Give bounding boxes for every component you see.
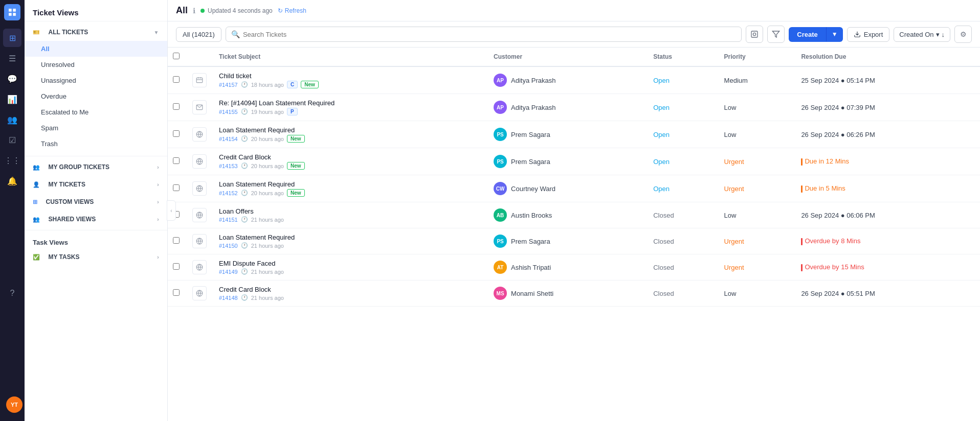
header-priority[interactable]: Priority [718, 48, 795, 66]
app-logo[interactable] [4, 4, 20, 20]
nav-icon-home[interactable]: ⊞ [3, 29, 21, 47]
sidebar-item-overdue[interactable]: Overdue [25, 88, 167, 104]
nav-icon-contacts[interactable]: 👥 [3, 110, 21, 129]
ticket-customer-cell: MS Monami Shetti [487, 280, 647, 307]
header-customer[interactable]: Customer [487, 48, 647, 66]
ticket-priority-cell: Urgent [718, 254, 795, 280]
nav-icon-help[interactable]: ? [3, 284, 21, 302]
sidebar: Ticket Views 🎫 ALL TICKETS ▼ All Unresol… [25, 0, 168, 421]
create-dropdown-button[interactable]: ▼ [826, 27, 843, 41]
shared-views-label: SHARED VIEWS [49, 216, 96, 223]
customer-name: Ashish Tripati [511, 264, 551, 271]
nav-icon-tickets[interactable]: ☰ [3, 49, 21, 67]
nav-icon-apps[interactable]: ⋮⋮ [3, 151, 21, 170]
table-row[interactable]: EMI Dispute Faced #14149 🕐 21 hours ago … [168, 254, 980, 280]
my-tasks-header[interactable]: ✅ MY TASKS › [25, 248, 167, 266]
nav-icon-tasks[interactable]: ☑ [3, 131, 21, 149]
nav-icon-notifications[interactable]: 🔔 [3, 172, 21, 190]
status-text: Open [653, 158, 670, 166]
ticket-customer-cell: PS Prem Sagara [487, 228, 647, 254]
shared-views-header[interactable]: 👥 SHARED VIEWS › [25, 211, 167, 228]
row-checkbox[interactable] [173, 237, 180, 244]
ticket-subject-cell: Child ticket #14157 🕐 18 hours ago CNew [213, 66, 487, 94]
ticket-meta: #14154 🕐 20 hours ago New [219, 135, 481, 143]
select-all-checkbox[interactable] [173, 53, 180, 59]
user-avatar[interactable]: YT [6, 396, 23, 413]
customer-name: Aditya Prakash [511, 77, 555, 84]
create-button[interactable]: Create [789, 27, 826, 42]
topbar: All ℹ Updated 4 seconds ago ↻ Refresh [168, 0, 980, 21]
table-row[interactable]: Credit Card Block #14148 🕐 21 hours ago … [168, 280, 980, 307]
my-group-tickets-header[interactable]: 👥 MY GROUP TICKETS › [25, 158, 167, 176]
ticket-customer-cell: AT Ashish Tripati [487, 254, 647, 280]
table-row[interactable]: Child ticket #14157 🕐 18 hours ago CNew … [168, 66, 980, 94]
table-row[interactable]: Loan Statement Required #14152 🕐 20 hour… [168, 175, 980, 202]
avatar: AP [494, 74, 507, 87]
row-checkbox[interactable] [173, 263, 180, 270]
row-checkbox[interactable] [173, 130, 180, 137]
sort-button[interactable]: Created On ▾ ↓ [894, 27, 950, 42]
export-button[interactable]: Export [847, 27, 890, 42]
search-box: 🔍 [226, 27, 742, 42]
table-row[interactable]: Re: [#14094] Loan Statement Required #14… [168, 94, 980, 121]
ticket-meta: #14149 🕐 21 hours ago [219, 268, 481, 275]
badge-label: P [287, 108, 298, 115]
info-icon[interactable]: ℹ [193, 7, 195, 15]
ticket-subject-text: Loan Statement Required [219, 180, 481, 188]
row-checkbox-cell [168, 148, 186, 175]
clock-icon: 🕐 [241, 108, 248, 115]
clock-icon: 🕐 [241, 268, 248, 275]
priority-text: Urgent [724, 264, 744, 271]
task-views-label: Task Views [25, 232, 167, 248]
sidebar-item-all[interactable]: All [25, 41, 167, 57]
table-row[interactable]: Loan Statement Required #14150 🕐 21 hour… [168, 228, 980, 254]
customer-info: AB Austin Brooks [494, 208, 641, 222]
ticket-table: Ticket Subject Customer Status Priority … [168, 48, 980, 421]
my-tickets-header[interactable]: 👤 MY TICKETS › [25, 176, 167, 193]
table-row[interactable]: Loan Offers #14151 🕐 21 hours ago AB Aus… [168, 202, 980, 228]
sidebar-toggle[interactable]: ‹ [167, 200, 176, 221]
row-checkbox[interactable] [173, 157, 180, 164]
row-checkbox[interactable] [173, 184, 180, 191]
toolbar: All (14021) 🔍 Create ▼ Export Created On… [168, 21, 980, 48]
refresh-button[interactable]: ↻ Refresh [278, 7, 306, 14]
search-input[interactable] [243, 31, 736, 38]
badge-label: C [287, 81, 298, 88]
table-row[interactable]: Credit Card Block #14153 🕐 20 hours ago … [168, 148, 980, 175]
badge-new: New [287, 189, 305, 197]
badge-new: New [287, 162, 305, 170]
nav-icon-chat[interactable]: 💬 [3, 69, 21, 88]
sidebar-item-unresolved[interactable]: Unresolved [25, 57, 167, 73]
custom-views-header[interactable]: ⊞ CUSTOM VIEWS › [25, 193, 167, 211]
priority-text: Low [724, 104, 737, 111]
row-checkbox-cell [168, 66, 186, 94]
sidebar-item-unassigned[interactable]: Unassigned [25, 73, 167, 88]
header-status[interactable]: Status [647, 48, 718, 66]
sidebar-item-escalated[interactable]: Escalated to Me [25, 104, 167, 120]
sidebar-item-trash[interactable]: Trash [25, 136, 167, 152]
header-subject[interactable]: Ticket Subject [213, 48, 487, 66]
row-checkbox[interactable] [173, 289, 180, 296]
ticket-status-cell: Open [647, 121, 718, 148]
ticket-time: 21 hours ago [251, 295, 284, 301]
all-count-button[interactable]: All (14021) [176, 27, 221, 42]
screenshot-button[interactable] [746, 26, 763, 43]
ticket-subject-text: Re: [#14094] Loan Statement Required [219, 99, 481, 107]
sidebar-item-spam[interactable]: Spam [25, 120, 167, 136]
clock-icon: 🕐 [241, 216, 248, 223]
ticket-id: #14151 [219, 217, 238, 223]
all-tickets-header[interactable]: 🎫 ALL TICKETS ▼ [25, 24, 167, 41]
ticket-icon-cell [186, 175, 213, 202]
table-settings-button[interactable]: ⚙ [954, 26, 972, 43]
row-checkbox[interactable] [173, 103, 180, 110]
header-resolution[interactable]: Resolution Due [795, 48, 980, 66]
priority-text: Urgent [724, 238, 744, 245]
resolution-bar-icon [801, 238, 803, 245]
filter-button[interactable] [767, 26, 785, 43]
ticket-resolution-cell: 26 Sep 2024 ● 06:26 PM [795, 121, 980, 148]
ticket-icon-cell [186, 254, 213, 280]
table-row[interactable]: Loan Statement Required #14154 🕐 20 hour… [168, 121, 980, 148]
row-checkbox[interactable] [173, 76, 180, 83]
nav-icon-analytics[interactable]: 📊 [3, 90, 21, 108]
ticket-priority-cell: Medium [718, 66, 795, 94]
